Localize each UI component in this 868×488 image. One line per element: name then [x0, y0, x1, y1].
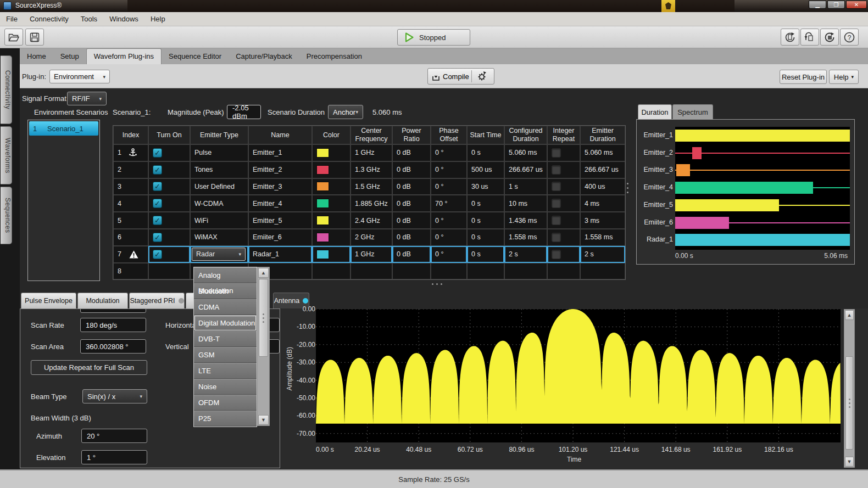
dropdown-option-lte[interactable]: LTE [194, 363, 257, 379]
dropdown-option-gsm[interactable]: GSM [194, 347, 257, 363]
cell-integer-repeat center[interactable] [547, 195, 580, 212]
cell-index[interactable]: 4 [113, 195, 148, 212]
dropdown-option-noise[interactable]: Noise [194, 379, 257, 395]
scenario-list-item[interactable]: 1 Scenario_1 [29, 121, 98, 136]
cell-integer-repeat center[interactable] [547, 212, 580, 229]
cell-index[interactable]: 2 [113, 161, 148, 178]
cell-empty[interactable] [580, 263, 625, 280]
elevation-input[interactable]: 1 ° [81, 450, 147, 464]
cell-power-ratio[interactable]: 0 dB [392, 195, 431, 212]
cell-center-frequency[interactable]: 2 GHz [350, 229, 392, 246]
cell-color center[interactable] [312, 195, 350, 212]
color-swatch[interactable] [316, 148, 329, 158]
cell-emitter-duration[interactable]: 1.558 ms [580, 229, 625, 246]
cell-emitter-type[interactable]: User Defined [190, 178, 248, 195]
cell-color center[interactable] [312, 144, 350, 161]
cell-power-ratio[interactable]: 0 dB [392, 246, 431, 263]
cell-turn-on center[interactable]: ✓ [148, 161, 190, 178]
default-setup-button[interactable] [820, 29, 839, 46]
signal-format-select[interactable]: RF/IF ▾ [67, 92, 107, 105]
cell-index[interactable]: 7 [113, 246, 148, 263]
color-swatch[interactable] [316, 233, 329, 242]
cell-index[interactable]: 6 [113, 229, 148, 246]
cell-empty[interactable] [392, 263, 431, 280]
cell-turn-on center[interactable]: ✓ [148, 246, 190, 263]
cell-center-frequency[interactable]: 2.4 GHz [350, 212, 392, 229]
color-swatch[interactable] [316, 165, 329, 175]
turn-on-checkbox[interactable]: ✓ [153, 182, 162, 191]
cell-configured-duration confdur[interactable]: 1 s [504, 178, 547, 195]
tab-sequence-editor[interactable]: Sequence Editor [162, 48, 229, 64]
cell-color center[interactable] [312, 161, 350, 178]
cell-start-time[interactable]: 0 s [467, 144, 504, 161]
dropdown-option-dvb-t[interactable]: DVB-T [194, 331, 257, 347]
cell-emitter-duration[interactable]: 5.060 ms [580, 144, 625, 161]
scroll-up-button[interactable]: ▲ [845, 310, 854, 320]
integer-repeat-checkbox[interactable] [552, 216, 561, 225]
integer-repeat-checkbox[interactable] [552, 250, 561, 259]
dropdown-scroll-down[interactable]: ▼ [258, 415, 269, 425]
integer-repeat-checkbox[interactable] [552, 233, 561, 242]
cell-center-frequency[interactable]: 1.885 GHz [350, 195, 392, 212]
cell-name[interactable]: Emitter_4 [248, 195, 312, 212]
compile-settings-button[interactable] [474, 71, 489, 82]
cell-name[interactable]: Emitter_2 [248, 161, 312, 178]
color-swatch[interactable] [316, 182, 329, 191]
tab-duration[interactable]: Duration [638, 104, 672, 119]
minimize-button[interactable]: ▁ [809, 1, 826, 9]
cell-empty[interactable] [350, 263, 392, 280]
cell-configured-duration confdur[interactable]: 10 ms [504, 195, 547, 212]
recall-setup-button[interactable] [781, 29, 799, 46]
cell-empty[interactable] [312, 263, 350, 280]
cell-power-ratio[interactable]: 0 dB [392, 229, 431, 246]
cell-start-time[interactable]: 0 s [467, 229, 504, 246]
cell-emitter-duration[interactable]: 2 s [580, 246, 625, 263]
cell-emitter-duration[interactable]: 3 ms [580, 212, 625, 229]
tab-capture-playback[interactable]: Capture/Playback [229, 48, 299, 64]
bottom-tab-pulse-envelope[interactable]: Pulse Envelope [21, 293, 76, 308]
beam-type-select[interactable]: Sin(x) / x ▾ [82, 389, 147, 403]
help-menu-button[interactable]: Help ▾ [829, 70, 859, 84]
cell-center-frequency[interactable]: 1.5 GHz [350, 178, 392, 195]
compile-button[interactable]: Compile [428, 72, 469, 81]
vertical-splitter-grip[interactable] [627, 183, 628, 193]
cell-empty[interactable] [431, 263, 467, 280]
cell-start-time[interactable]: 0 s [467, 246, 504, 263]
menu-windows[interactable]: Windows [103, 12, 144, 26]
scan-rate-input[interactable]: 180 deg/s [80, 318, 146, 332]
menu-connectivity[interactable]: Connectivity [24, 12, 75, 26]
color-swatch[interactable] [316, 216, 329, 225]
cell-integer-repeat center[interactable] [547, 144, 580, 161]
cell-configured-duration confdur[interactable]: 1.558 ms [504, 229, 547, 246]
cell-start-time[interactable]: 30 us [467, 178, 504, 195]
azimuth-input[interactable]: 20 ° [81, 429, 147, 443]
cell-phase-offset[interactable]: 0 ° [431, 246, 467, 263]
cell-color center[interactable] [312, 229, 350, 246]
side-tab-waveforms[interactable]: Waveforms [1, 126, 12, 184]
cell-phase-offset[interactable]: 0 ° [431, 161, 467, 178]
bottom-tab-modulation[interactable]: Modulation [77, 293, 128, 308]
cell-start-time[interactable]: 0 s [467, 195, 504, 212]
dropdown-option-cdma[interactable]: CDMA [194, 299, 257, 315]
cell-color center[interactable] [312, 178, 350, 195]
side-tab-sequences[interactable]: Sequences [1, 187, 12, 244]
cell-emitter-duration[interactable]: 266.667 us [580, 161, 625, 178]
cell-configured-duration confdur[interactable]: 5.060 ms [504, 144, 547, 161]
cell-turn-on center[interactable]: ✓ [148, 144, 190, 161]
turn-on-checkbox[interactable]: ✓ [153, 199, 162, 208]
dropdown-scroll-up[interactable]: ▲ [258, 268, 269, 278]
cell-color center[interactable] [312, 212, 350, 229]
emitter-type-combo[interactable]: Radar▾ [192, 248, 246, 261]
cell-center-frequency[interactable]: 1 GHz [350, 144, 392, 161]
cell-turn-on center[interactable]: ✓ [148, 212, 190, 229]
horizontal-splitter-grip[interactable] [432, 283, 442, 285]
scenario-list[interactable]: 1 Scenario_1 [27, 120, 100, 281]
cell-center-frequency[interactable]: 1.3 GHz [350, 161, 392, 178]
cell-center-frequency[interactable]: 1 GHz [350, 246, 392, 263]
cell-turn-on center[interactable]: ✓ [148, 195, 190, 212]
dropdown-option-bluetooth[interactable]: Bluetooth [194, 283, 257, 299]
clipped-input[interactable] [80, 308, 146, 313]
tab-home[interactable]: Home [20, 48, 53, 64]
scroll-down-button[interactable]: ▼ [845, 457, 854, 467]
cell-configured-duration confdur[interactable]: 266.667 us [504, 161, 547, 178]
